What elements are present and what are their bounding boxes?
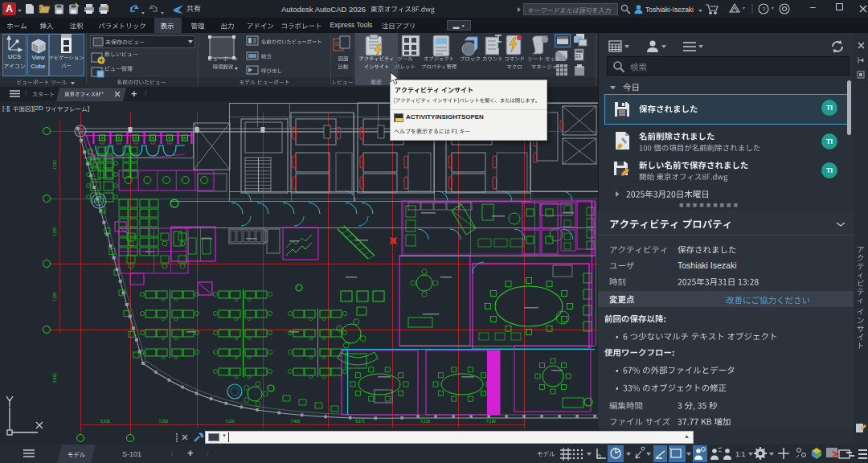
svg-text:5,930: 5,930 — [100, 420, 110, 424]
svg-text:7,400: 7,400 — [291, 420, 301, 424]
svg-text:6,400: 6,400 — [53, 373, 57, 383]
svg-text:7,200: 7,200 — [53, 227, 57, 236]
svg-text:PwR: PwR — [167, 142, 173, 145]
svg-text:6,671: 6,671 — [355, 420, 365, 424]
svg-text:7,200: 7,200 — [53, 292, 57, 301]
svg-text:PwR: PwR — [100, 142, 105, 145]
svg-text:1:1: 1:1 — [735, 450, 746, 458]
svg-text:PwR: PwR — [133, 142, 139, 145]
svg-text:PwR: PwR — [117, 142, 122, 145]
svg-text:7,200: 7,200 — [225, 420, 235, 424]
svg-text:PwR: PwR — [150, 142, 156, 145]
svg-text:7,200: 7,200 — [159, 420, 169, 424]
svg-text:7,200: 7,200 — [53, 160, 57, 170]
svg-text:7,210: 7,210 — [420, 420, 430, 424]
svg-text:?: ? — [762, 6, 766, 13]
svg-text:7,190: 7,190 — [486, 420, 496, 424]
